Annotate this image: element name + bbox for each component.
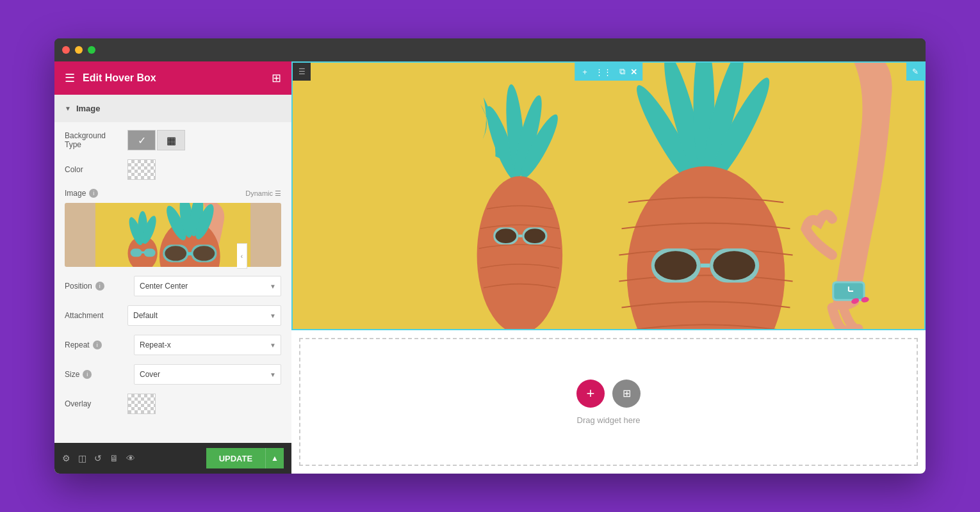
- panel-footer: ⚙ ◫ ↺ 🖥 👁 UPDATE ▲: [54, 443, 291, 474]
- color-swatch[interactable]: [127, 159, 156, 180]
- browser-window: ☰ Edit Hover Box ⊞ ▼ Image Background Ty…: [54, 38, 926, 474]
- svg-rect-16: [187, 252, 192, 255]
- widget-close-btn[interactable]: ✕: [630, 67, 637, 77]
- drop-add-button[interactable]: +: [576, 380, 605, 408]
- traffic-light-yellow[interactable]: [75, 46, 83, 54]
- svg-rect-7: [142, 252, 145, 253]
- footer-icons: ⚙ ◫ ↺ 🖥 👁: [62, 453, 135, 463]
- settings-icon[interactable]: ⚙: [62, 453, 70, 463]
- svg-rect-19: [293, 63, 924, 329]
- image-widget: + ⋮⋮ ⧉ ✕ ☰ ✎: [291, 61, 926, 330]
- size-info-icon[interactable]: i: [83, 370, 92, 379]
- svg-point-17: [165, 246, 186, 260]
- drop-widget-button[interactable]: ⊞: [612, 380, 641, 408]
- repeat-label: Repeat: [65, 340, 90, 349]
- attachment-row: Attachment Default ▼: [65, 305, 281, 326]
- widget-add-btn[interactable]: +: [580, 66, 590, 78]
- browser-titlebar: [54, 38, 926, 61]
- section-header-image[interactable]: ▼ Image: [54, 95, 291, 122]
- svg-point-28: [495, 228, 516, 243]
- drop-zone: + ⊞ Drag widget here: [299, 338, 918, 466]
- section-arrow: ▼: [65, 105, 71, 112]
- panel-title: Edit Hover Box: [83, 72, 156, 84]
- color-label: Color: [65, 165, 122, 174]
- drop-zone-buttons: + ⊞: [576, 380, 641, 408]
- canvas-inner: + ⋮⋮ ⧉ ✕ ☰ ✎: [291, 61, 926, 474]
- bg-type-solid-btn[interactable]: ✓: [127, 130, 156, 150]
- left-panel: ☰ Edit Hover Box ⊞ ▼ Image Background Ty…: [54, 61, 291, 474]
- widget-copy-btn[interactable]: ⧉: [617, 65, 628, 78]
- size-row: Size i Cover ▼: [65, 364, 281, 385]
- image-label: Image: [65, 189, 86, 198]
- device-icon[interactable]: 🖥: [110, 453, 118, 463]
- svg-point-40: [713, 251, 755, 280]
- svg-rect-6: [144, 249, 156, 257]
- overlay-label: Overlay: [65, 399, 122, 408]
- hamburger-icon[interactable]: ☰: [65, 71, 75, 85]
- size-select[interactable]: Cover: [134, 364, 281, 385]
- position-select-wrapper: Center Center ▼: [134, 276, 281, 296]
- svg-point-18: [193, 246, 215, 260]
- panel-header: ☰ Edit Hover Box ⊞: [54, 61, 291, 95]
- repeat-select-wrapper: Repeat-x ▼: [134, 335, 281, 355]
- bg-type-gradient-btn[interactable]: ▦: [157, 130, 185, 150]
- canvas-area: + ⋮⋮ ⧉ ✕ ☰ ✎: [291, 61, 926, 474]
- edit-topright-btn[interactable]: ✎: [906, 63, 924, 81]
- position-select[interactable]: Center Center: [134, 276, 281, 296]
- image-label-row: Image i Dynamic ☰: [65, 189, 281, 198]
- color-row: Color: [65, 159, 281, 180]
- grid-icon[interactable]: ⊞: [272, 71, 281, 85]
- widget-toolbar: + ⋮⋮ ⧉ ✕: [575, 63, 642, 81]
- image-thumbnail[interactable]: [65, 203, 281, 267]
- dynamic-menu-icon[interactable]: ☰: [275, 189, 281, 198]
- background-type-row: Background Type ✓ ▦: [65, 130, 281, 150]
- section-title: Image: [76, 104, 101, 113]
- panel-header-left: ☰ Edit Hover Box: [65, 71, 156, 85]
- position-label: Position: [65, 282, 92, 291]
- image-info-icon[interactable]: i: [89, 189, 98, 198]
- svg-point-39: [655, 251, 697, 280]
- form-section: Background Type ✓ ▦ Color: [54, 122, 291, 431]
- position-row: Position i Center Center ▼: [65, 276, 281, 296]
- attachment-label: Attachment: [65, 311, 122, 320]
- browser-content: ☰ Edit Hover Box ⊞ ▼ Image Background Ty…: [54, 61, 926, 474]
- repeat-info-icon[interactable]: i: [93, 340, 102, 349]
- collapse-handle[interactable]: ‹: [237, 243, 247, 269]
- size-label: Size: [65, 370, 79, 379]
- update-button[interactable]: UPDATE: [206, 448, 266, 468]
- layers-icon[interactable]: ◫: [78, 453, 86, 463]
- pineapple-scene: [293, 63, 924, 329]
- repeat-row: Repeat i Repeat-x ▼: [65, 335, 281, 355]
- overlay-swatch[interactable]: [127, 394, 156, 414]
- svg-rect-5: [131, 249, 142, 257]
- size-select-wrapper: Cover ▼: [134, 364, 281, 385]
- preview-icon[interactable]: 👁: [126, 453, 135, 463]
- overlay-row: Overlay: [65, 394, 281, 414]
- dynamic-tag: Dynamic ☰: [245, 189, 281, 198]
- svg-point-29: [525, 228, 546, 243]
- repeat-select[interactable]: Repeat-x: [134, 335, 281, 355]
- drop-text: Drag widget here: [577, 415, 641, 425]
- traffic-light-red[interactable]: [62, 46, 70, 54]
- attachment-select[interactable]: Default: [127, 305, 281, 326]
- background-type-label: Background Type: [65, 131, 122, 149]
- traffic-light-green[interactable]: [88, 46, 95, 54]
- attachment-select-wrapper: Default ▼: [127, 305, 281, 326]
- dynamic-label: Dynamic: [245, 189, 273, 197]
- panel-body: ▼ Image Background Type ✓ ▦: [54, 95, 291, 443]
- svg-point-24: [477, 176, 563, 329]
- update-arrow-button[interactable]: ▲: [266, 448, 284, 468]
- update-btn-group: UPDATE ▲: [206, 448, 284, 468]
- widget-grid-btn[interactable]: ⋮⋮: [592, 66, 614, 78]
- edit-topleft-btn[interactable]: ☰: [293, 63, 311, 81]
- position-info-icon[interactable]: i: [95, 282, 104, 291]
- bg-type-toggle: ✓ ▦: [127, 130, 185, 150]
- history-icon[interactable]: ↺: [94, 453, 102, 463]
